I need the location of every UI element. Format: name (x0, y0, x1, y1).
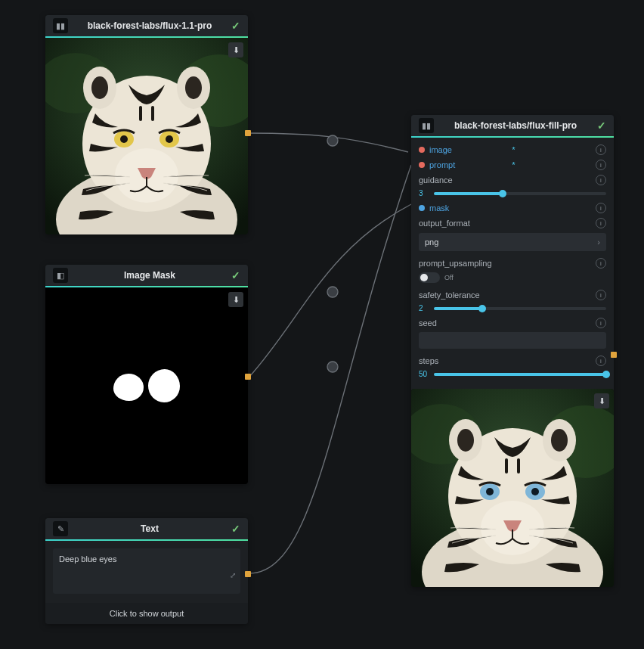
status-check-icon: ✓ (597, 120, 606, 132)
steps-slider[interactable] (434, 373, 606, 376)
info-icon[interactable]: i (596, 175, 606, 185)
node-image-mask[interactable]: ◧ Image Mask ✓ ⬇ (45, 265, 248, 484)
node-flux-1-1-pro[interactable]: ▮▮ black-forest-labs/flux-1.1-pro ✓ (45, 15, 248, 234)
toggle-state: Off (444, 274, 454, 281)
info-icon[interactable]: i (596, 203, 606, 213)
svg-rect-13 (151, 106, 154, 121)
svg-point-27 (551, 429, 568, 452)
mask-canvas[interactable] (45, 287, 248, 484)
port-dot-icon (419, 162, 425, 168)
status-check-icon: ✓ (231, 20, 240, 32)
required-asterisk: * (512, 160, 515, 169)
node-title: Text (74, 523, 225, 534)
safety-slider-row: 2 (419, 304, 606, 312)
mask-icon: ◧ (53, 268, 68, 283)
tiger-image-blue-eyes (411, 389, 614, 587)
param-label: guidance (419, 175, 596, 185)
param-label: mask (429, 203, 512, 213)
text-input[interactable] (53, 548, 240, 594)
node-header[interactable]: ▮▮ black-forest-labs/flux-fill-pro ✓ (411, 115, 614, 138)
param-label: prompt_upsampling (419, 259, 596, 268)
slider-value: 50 (419, 370, 429, 378)
param-label: safety_tolerance (419, 290, 596, 300)
info-icon[interactable]: i (596, 144, 606, 155)
download-icon[interactable]: ⬇ (594, 393, 609, 408)
param-steps: steps i (419, 353, 606, 368)
guidance-slider-row: 3 (419, 189, 606, 197)
svg-point-10 (91, 76, 108, 99)
show-output-button[interactable]: Click to show output (45, 603, 248, 624)
node-header[interactable]: ▮▮ black-forest-labs/flux-1.1-pro ✓ (45, 15, 248, 38)
params-panel: image* i prompt* i guidance i 3 mask i o… (411, 138, 614, 386)
param-safety-tolerance: safety_tolerance i (419, 287, 606, 303)
steps-slider-row: 50 (419, 370, 606, 378)
param-label: image (429, 145, 509, 154)
mask-blob (148, 369, 180, 402)
param-label: steps (419, 356, 596, 365)
select-value: png (425, 238, 438, 247)
mask-canvas-box: ⬇ (45, 287, 248, 484)
param-mask[interactable]: mask i (419, 200, 606, 216)
brand-icon: ▮▮ (419, 118, 434, 133)
svg-rect-29 (517, 458, 520, 474)
param-prompt[interactable]: prompt* i (419, 157, 606, 172)
param-seed: seed i (419, 315, 606, 331)
guidance-slider[interactable] (434, 192, 606, 195)
info-icon[interactable]: i (596, 290, 606, 300)
svg-point-1 (327, 287, 338, 297)
output-format-select[interactable]: png › (419, 233, 606, 251)
output-image: ⬇ (45, 38, 248, 234)
output-image: ⬇ (411, 389, 614, 587)
info-icon[interactable]: i (596, 318, 606, 328)
node-title: Image Mask (74, 270, 225, 281)
info-icon[interactable]: i (596, 258, 606, 269)
svg-point-2 (327, 362, 338, 372)
node-header[interactable]: ✎ Text ✓ (45, 518, 248, 541)
node-flux-fill-pro[interactable]: ▮▮ black-forest-labs/flux-fill-pro ✓ ima… (411, 115, 614, 587)
expand-icon[interactable]: ⤢ (230, 571, 236, 579)
prompt-upsampling-toggle[interactable]: Off (419, 272, 606, 283)
param-label: seed (419, 318, 596, 328)
node-text[interactable]: ✎ Text ✓ ⤢ Click to show output (45, 518, 248, 624)
output-port[interactable] (245, 130, 251, 136)
svg-rect-12 (139, 106, 142, 121)
edit-icon: ✎ (53, 521, 68, 536)
download-icon[interactable]: ⬇ (228, 292, 243, 307)
info-icon[interactable]: i (596, 160, 606, 170)
seed-input[interactable] (419, 332, 606, 349)
svg-point-0 (327, 135, 338, 146)
svg-rect-28 (505, 458, 508, 474)
slider-value: 2 (419, 304, 429, 312)
param-label: prompt (429, 160, 509, 169)
required-asterisk: * (512, 145, 515, 154)
svg-point-17 (120, 135, 128, 143)
download-icon[interactable]: ⬇ (228, 42, 243, 57)
svg-point-34 (531, 488, 539, 495)
output-port[interactable] (245, 374, 251, 380)
param-guidance: guidance i (419, 172, 606, 188)
port-dot-icon (419, 147, 425, 153)
status-check-icon: ✓ (231, 269, 240, 281)
svg-point-26 (457, 429, 474, 452)
chevron-right-icon: › (597, 238, 600, 247)
mask-blob (113, 374, 144, 401)
slider-value: 3 (419, 189, 429, 197)
node-header[interactable]: ◧ Image Mask ✓ (45, 265, 248, 287)
param-image[interactable]: image* i (419, 142, 606, 157)
param-prompt-upsampling: prompt_upsampling i (419, 256, 606, 271)
tiger-image-yellow-eyes (45, 38, 248, 234)
svg-point-33 (486, 488, 494, 495)
toggle-switch[interactable] (419, 272, 440, 283)
port-dot-icon (419, 205, 425, 211)
info-icon[interactable]: i (596, 218, 606, 228)
node-title: black-forest-labs/flux-1.1-pro (74, 20, 225, 31)
status-check-icon: ✓ (231, 523, 240, 535)
output-port[interactable] (611, 352, 617, 358)
info-icon[interactable]: i (596, 356, 606, 366)
brand-icon: ▮▮ (53, 18, 68, 33)
param-output-format: output_format i (419, 216, 606, 231)
svg-point-11 (185, 76, 202, 99)
param-label: output_format (419, 219, 596, 228)
output-port[interactable] (245, 571, 251, 577)
safety-slider[interactable] (434, 307, 606, 310)
